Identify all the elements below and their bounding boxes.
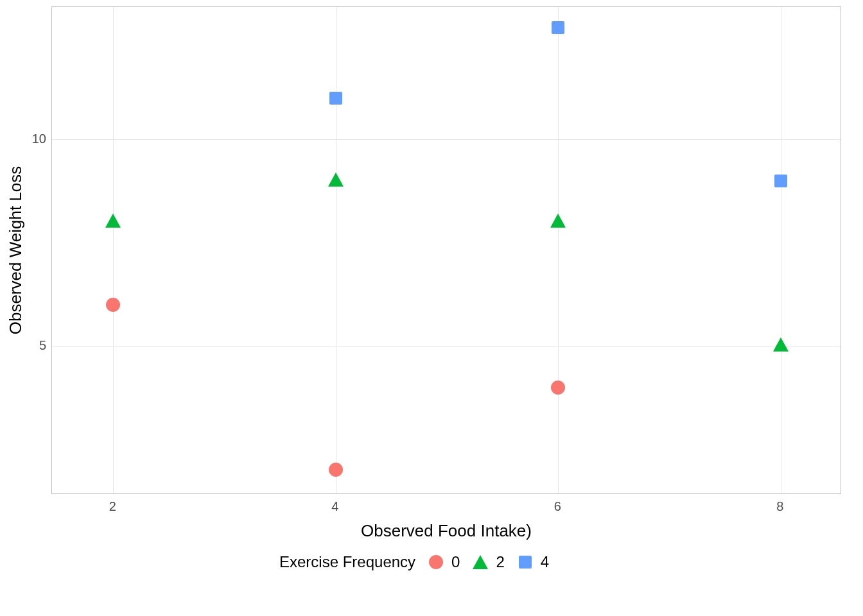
x-tick-label: 4 bbox=[331, 499, 338, 514]
data-point bbox=[774, 175, 787, 187]
legend: Exercise Frequency 024 bbox=[279, 553, 549, 571]
data-point bbox=[552, 21, 564, 34]
y-tick-label: 10 bbox=[30, 132, 46, 146]
grid-line bbox=[558, 7, 559, 493]
legend-item: 2 bbox=[471, 553, 504, 571]
x-tick-label: 6 bbox=[554, 499, 561, 514]
legend-label: 2 bbox=[496, 553, 504, 571]
data-point bbox=[329, 463, 343, 477]
grid-line bbox=[52, 139, 841, 140]
square-icon bbox=[516, 553, 534, 571]
data-point bbox=[329, 92, 342, 105]
data-point bbox=[550, 214, 566, 228]
data-point bbox=[551, 381, 565, 395]
legend-label: 4 bbox=[541, 553, 549, 571]
legend-item: 4 bbox=[516, 553, 549, 571]
scatter-chart: Observed Weight Loss Observed Food Intak… bbox=[0, 0, 863, 616]
legend-title: Exercise Frequency bbox=[279, 553, 415, 571]
circle-icon bbox=[427, 553, 445, 571]
data-point bbox=[106, 298, 120, 312]
y-axis-title: Observed Weight Loss bbox=[6, 166, 26, 335]
y-tick-label: 5 bbox=[30, 338, 46, 353]
data-point bbox=[328, 172, 344, 186]
grid-line bbox=[113, 7, 114, 493]
legend-label: 0 bbox=[451, 553, 460, 571]
legend-item: 0 bbox=[427, 553, 460, 571]
triangle-icon bbox=[471, 553, 489, 571]
grid-line bbox=[781, 7, 781, 493]
data-point bbox=[773, 338, 789, 352]
x-axis-title: Observed Food Intake) bbox=[361, 521, 532, 541]
grid-line bbox=[52, 346, 841, 346]
x-tick-label: 2 bbox=[109, 499, 116, 514]
data-point bbox=[105, 214, 121, 228]
grid-line bbox=[336, 7, 336, 493]
plot-area bbox=[51, 6, 841, 494]
x-tick-label: 8 bbox=[776, 499, 783, 514]
